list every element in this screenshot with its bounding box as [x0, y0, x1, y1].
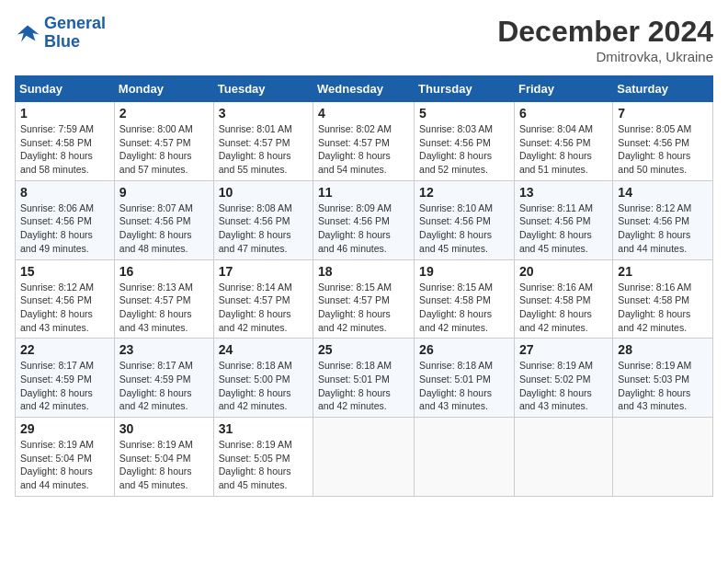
table-row: 1 Sunrise: 7:59 AM Sunset: 4:58 PM Dayli… — [16, 102, 115, 181]
day-info: Sunrise: 8:18 AM Sunset: 5:00 PM Dayligh… — [219, 359, 308, 413]
day-number: 18 — [318, 264, 409, 279]
day-info: Sunrise: 8:15 AM Sunset: 4:58 PM Dayligh… — [419, 281, 509, 335]
table-row: 16 Sunrise: 8:13 AM Sunset: 4:57 PM Dayl… — [114, 259, 213, 339]
day-number: 19 — [419, 264, 509, 279]
logo-text: GeneralBlue — [44, 15, 106, 52]
table-row: 28 Sunrise: 8:19 AM Sunset: 5:03 PM Dayl… — [613, 339, 713, 418]
svg-marker-0 — [17, 25, 40, 41]
day-number: 21 — [618, 264, 708, 279]
table-row: 8 Sunrise: 8:06 AM Sunset: 4:56 PM Dayli… — [16, 180, 115, 259]
table-row — [514, 418, 612, 497]
table-row: 21 Sunrise: 8:16 AM Sunset: 4:58 PM Dayl… — [613, 259, 713, 339]
table-row: 11 Sunrise: 8:09 AM Sunset: 4:56 PM Dayl… — [313, 180, 415, 259]
table-row: 10 Sunrise: 8:08 AM Sunset: 4:56 PM Dayl… — [213, 180, 313, 259]
day-number: 8 — [20, 185, 109, 200]
day-info: Sunrise: 8:13 AM Sunset: 4:57 PM Dayligh… — [119, 281, 209, 335]
day-info: Sunrise: 8:01 AM Sunset: 4:57 PM Dayligh… — [219, 122, 308, 177]
col-wednesday: Wednesday — [313, 76, 415, 102]
table-row: 3 Sunrise: 8:01 AM Sunset: 4:57 PM Dayli… — [213, 102, 313, 181]
day-number: 6 — [519, 106, 608, 121]
table-row: 26 Sunrise: 8:18 AM Sunset: 5:01 PM Dayl… — [415, 339, 515, 418]
day-info: Sunrise: 8:05 AM Sunset: 4:56 PM Dayligh… — [618, 122, 708, 177]
col-monday: Monday — [114, 76, 213, 102]
day-info: Sunrise: 7:59 AM Sunset: 4:58 PM Dayligh… — [20, 122, 109, 177]
calendar-week-row: 1 Sunrise: 7:59 AM Sunset: 4:58 PM Dayli… — [16, 102, 713, 181]
table-row: 27 Sunrise: 8:19 AM Sunset: 5:02 PM Dayl… — [514, 339, 612, 418]
day-info: Sunrise: 8:19 AM Sunset: 5:03 PM Dayligh… — [618, 359, 708, 413]
col-tuesday: Tuesday — [213, 76, 313, 102]
day-info: Sunrise: 8:11 AM Sunset: 4:56 PM Dayligh… — [519, 201, 608, 256]
day-info: Sunrise: 8:16 AM Sunset: 4:58 PM Dayligh… — [618, 281, 708, 335]
calendar-week-row: 22 Sunrise: 8:17 AM Sunset: 4:59 PM Dayl… — [16, 339, 713, 418]
day-info: Sunrise: 8:18 AM Sunset: 5:01 PM Dayligh… — [318, 359, 409, 413]
table-row: 7 Sunrise: 8:05 AM Sunset: 4:56 PM Dayli… — [613, 102, 713, 181]
day-number: 9 — [119, 185, 209, 200]
day-number: 15 — [20, 264, 109, 279]
day-number: 23 — [119, 342, 209, 357]
col-thursday: Thursday — [415, 76, 515, 102]
table-row: 25 Sunrise: 8:18 AM Sunset: 5:01 PM Dayl… — [313, 339, 415, 418]
day-number: 22 — [20, 342, 109, 357]
table-row: 31 Sunrise: 8:19 AM Sunset: 5:05 PM Dayl… — [213, 418, 313, 497]
table-row: 9 Sunrise: 8:07 AM Sunset: 4:56 PM Dayli… — [114, 180, 213, 259]
day-number: 12 — [419, 185, 509, 200]
table-row: 14 Sunrise: 8:12 AM Sunset: 4:56 PM Dayl… — [613, 180, 713, 259]
day-info: Sunrise: 8:12 AM Sunset: 4:56 PM Dayligh… — [618, 201, 708, 256]
calendar-table: Sunday Monday Tuesday Wednesday Thursday… — [15, 75, 713, 497]
month-title: December 2024 — [497, 15, 713, 49]
day-info: Sunrise: 8:02 AM Sunset: 4:57 PM Dayligh… — [318, 122, 409, 177]
day-info: Sunrise: 8:00 AM Sunset: 4:57 PM Dayligh… — [119, 122, 209, 177]
day-number: 28 — [618, 342, 708, 357]
day-info: Sunrise: 8:19 AM Sunset: 5:02 PM Dayligh… — [519, 359, 608, 413]
day-number: 3 — [219, 106, 308, 121]
table-row: 30 Sunrise: 8:19 AM Sunset: 5:04 PM Dayl… — [114, 418, 213, 497]
day-info: Sunrise: 8:16 AM Sunset: 4:58 PM Dayligh… — [519, 281, 608, 335]
table-row: 12 Sunrise: 8:10 AM Sunset: 4:56 PM Dayl… — [415, 180, 515, 259]
table-row: 20 Sunrise: 8:16 AM Sunset: 4:58 PM Dayl… — [514, 259, 612, 339]
day-number: 7 — [618, 106, 708, 121]
calendar-week-row: 15 Sunrise: 8:12 AM Sunset: 4:56 PM Dayl… — [16, 259, 713, 339]
day-number: 27 — [519, 342, 608, 357]
day-info: Sunrise: 8:07 AM Sunset: 4:56 PM Dayligh… — [119, 201, 209, 256]
day-number: 14 — [618, 185, 708, 200]
location-subtitle: Dmitrovka, Ukraine — [497, 49, 713, 64]
table-row — [415, 418, 515, 497]
day-number: 30 — [119, 421, 209, 436]
table-row: 13 Sunrise: 8:11 AM Sunset: 4:56 PM Dayl… — [514, 180, 612, 259]
logo: GeneralBlue — [15, 15, 106, 52]
table-row: 5 Sunrise: 8:03 AM Sunset: 4:56 PM Dayli… — [415, 102, 515, 181]
day-number: 5 — [419, 106, 509, 121]
table-row: 29 Sunrise: 8:19 AM Sunset: 5:04 PM Dayl… — [16, 418, 115, 497]
day-number: 4 — [318, 106, 409, 121]
day-info: Sunrise: 8:17 AM Sunset: 4:59 PM Dayligh… — [20, 359, 109, 413]
day-number: 2 — [119, 106, 209, 121]
table-row: 2 Sunrise: 8:00 AM Sunset: 4:57 PM Dayli… — [114, 102, 213, 181]
day-number: 1 — [20, 106, 109, 121]
day-number: 25 — [318, 342, 409, 357]
day-number: 29 — [20, 421, 109, 436]
day-info: Sunrise: 8:17 AM Sunset: 4:59 PM Dayligh… — [119, 359, 209, 413]
table-row: 4 Sunrise: 8:02 AM Sunset: 4:57 PM Dayli… — [313, 102, 415, 181]
day-info: Sunrise: 8:06 AM Sunset: 4:56 PM Dayligh… — [20, 201, 109, 256]
table-row: 6 Sunrise: 8:04 AM Sunset: 4:56 PM Dayli… — [514, 102, 612, 181]
table-row — [313, 418, 415, 497]
col-saturday: Saturday — [613, 76, 713, 102]
calendar-week-row: 8 Sunrise: 8:06 AM Sunset: 4:56 PM Dayli… — [16, 180, 713, 259]
day-number: 24 — [219, 342, 308, 357]
col-sunday: Sunday — [16, 76, 115, 102]
col-friday: Friday — [514, 76, 612, 102]
day-info: Sunrise: 8:14 AM Sunset: 4:57 PM Dayligh… — [219, 281, 308, 335]
day-number: 13 — [519, 185, 608, 200]
title-block: December 2024 Dmitrovka, Ukraine — [497, 15, 713, 64]
day-number: 26 — [419, 342, 509, 357]
day-info: Sunrise: 8:03 AM Sunset: 4:56 PM Dayligh… — [419, 122, 509, 177]
day-number: 16 — [119, 264, 209, 279]
day-info: Sunrise: 8:19 AM Sunset: 5:04 PM Dayligh… — [119, 438, 209, 492]
logo-icon — [15, 20, 40, 46]
table-row: 23 Sunrise: 8:17 AM Sunset: 4:59 PM Dayl… — [114, 339, 213, 418]
day-info: Sunrise: 8:19 AM Sunset: 5:05 PM Dayligh… — [219, 438, 308, 492]
table-row: 17 Sunrise: 8:14 AM Sunset: 4:57 PM Dayl… — [213, 259, 313, 339]
day-number: 11 — [318, 185, 409, 200]
day-number: 20 — [519, 264, 608, 279]
day-info: Sunrise: 8:15 AM Sunset: 4:57 PM Dayligh… — [318, 281, 409, 335]
